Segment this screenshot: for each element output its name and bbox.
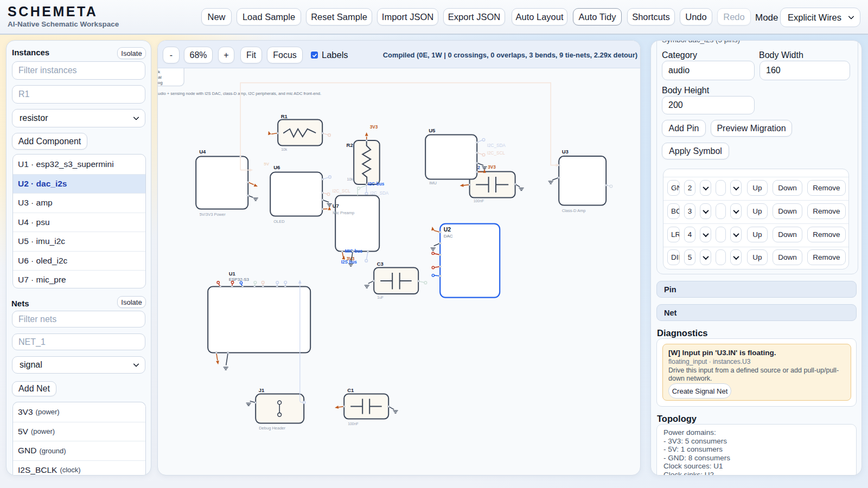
svg-text:5V: 5V <box>264 162 269 166</box>
svg-text:U2: U2 <box>444 226 451 233</box>
svg-text:analog: analog <box>158 80 163 85</box>
svg-text:Class-D Amp: Class-D Amp <box>562 208 586 213</box>
svg-text:U1: U1 <box>229 271 236 277</box>
svg-text:R2: R2 <box>347 142 353 148</box>
svg-text:10k: 10k <box>347 177 354 181</box>
svg-text:U5: U5 <box>429 127 436 133</box>
svg-text:Debug Header: Debug Header <box>259 426 285 431</box>
svg-text:DAC: DAC <box>444 234 453 239</box>
svg-text:signal: signal <box>158 75 162 80</box>
svg-text:R1: R1 <box>281 113 288 119</box>
svg-text:Mic Preamp: Mic Preamp <box>333 210 354 215</box>
svg-text:J1: J1 <box>259 387 265 393</box>
svg-text:10k: 10k <box>281 147 288 151</box>
svg-text:I2C_SCL: I2C_SCL <box>333 189 351 194</box>
svg-text:3V3: 3V3 <box>370 125 378 130</box>
svg-text:I2C-bus: I2C-bus <box>368 182 384 187</box>
svg-text:100nF: 100nF <box>348 422 359 426</box>
svg-text:U4: U4 <box>199 149 206 155</box>
svg-text:U6: U6 <box>273 164 280 170</box>
svg-text:OLED: OLED <box>273 219 285 224</box>
svg-text:I2S bus: I2S bus <box>341 260 358 265</box>
svg-text:C3: C3 <box>377 261 384 267</box>
svg-text:1uF: 1uF <box>377 296 384 299</box>
svg-text:IMU: IMU <box>429 181 437 185</box>
svg-text:U3: U3 <box>562 149 569 155</box>
svg-text:C1: C1 <box>347 387 354 393</box>
svg-text:Audio + sensing node with I2S: Audio + sensing node with I2S DAC, class… <box>158 91 321 96</box>
svg-text:I2C_SDA: I2C_SDA <box>487 143 506 148</box>
svg-text:I2C_SCL: I2C_SCL <box>487 151 506 156</box>
svg-text:3V3: 3V3 <box>488 165 496 170</box>
svg-text:5V/3V3 Power: 5V/3V3 Power <box>200 212 226 217</box>
svg-text:U7: U7 <box>333 203 339 209</box>
svg-text:100nF: 100nF <box>474 199 484 203</box>
